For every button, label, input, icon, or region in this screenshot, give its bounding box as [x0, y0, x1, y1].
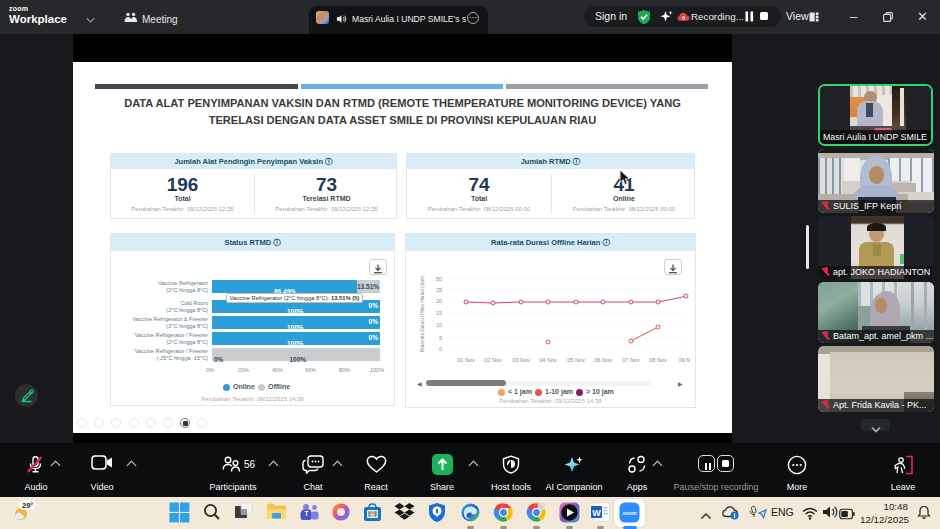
- svg-text:i: i: [734, 512, 736, 519]
- svg-text:W: W: [592, 508, 601, 518]
- svg-text:25: 25: [436, 287, 442, 293]
- svg-text:08 Nov: 08 Nov: [649, 357, 667, 363]
- svg-text:06 Nov: 06 Nov: [594, 357, 612, 363]
- svg-text:10: 10: [436, 322, 442, 328]
- svg-text:50: 50: [436, 276, 442, 282]
- svg-text:09 No: 09 No: [679, 357, 690, 363]
- svg-text:01 Nov: 01 Nov: [457, 357, 475, 363]
- svg-text:03 Nov: 03 Nov: [512, 357, 530, 363]
- svg-text:0: 0: [439, 346, 442, 352]
- svg-text:T: T: [305, 510, 309, 517]
- svg-text:07 Nov: 07 Nov: [622, 357, 640, 363]
- svg-text:15: 15: [436, 310, 442, 316]
- svg-text:5: 5: [439, 335, 442, 341]
- svg-text:20: 20: [436, 298, 442, 304]
- svg-text:zoom: zoom: [622, 510, 636, 516]
- svg-text:05 Nov: 05 Nov: [567, 357, 585, 363]
- svg-text:02 Nov: 02 Nov: [484, 357, 502, 363]
- svg-text:04 Nov: 04 Nov: [539, 357, 557, 363]
